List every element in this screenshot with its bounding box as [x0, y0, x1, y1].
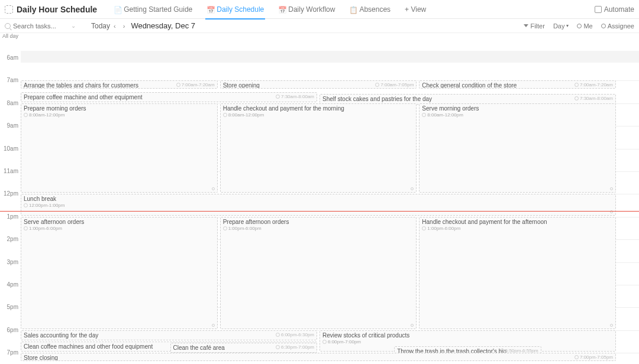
add-view-button[interactable]: + View	[398, 0, 433, 19]
hour-label: 4pm	[0, 281, 21, 288]
calendar-event[interactable]: Clean the café area6:30pm-7:00pm	[170, 343, 318, 353]
hour-label: 12pm	[0, 190, 21, 197]
hour-label: 6am	[0, 54, 21, 61]
event-title: Shelf stock cakes and pastries for the d…	[322, 96, 613, 102]
calendar-event[interactable]: Arrange the tables and chairs for custom…	[21, 80, 218, 89]
event-title: Store closing	[24, 355, 613, 361]
calendar-event[interactable]: Handle checkout and payment for the morn…	[220, 103, 417, 193]
current-date: Wednesday, Dec 7	[131, 21, 195, 30]
event-time: 1:00pm-6:00pm	[422, 226, 613, 231]
search-input[interactable]	[13, 22, 66, 30]
calendar-event[interactable]: Prepare coffee machine and other equipme…	[21, 92, 317, 102]
event-title: Review stocks of critical products	[322, 332, 613, 339]
hour-label: 8am	[0, 100, 21, 106]
event-time: 12:00pm-1:00pm	[24, 203, 613, 208]
calendar-event[interactable]: Serve morning orders8:00am-12:00pm	[419, 103, 616, 193]
event-time: 1:00pm-6:00pm	[24, 226, 215, 231]
event-title: Lunch break	[24, 196, 613, 202]
calendar-event[interactable]: Handle checkout and payment for the afte…	[419, 217, 616, 329]
event-status-icon	[411, 324, 414, 327]
hour-label: 7am	[0, 77, 21, 83]
event-time: 7:00pm-7:05pm	[575, 355, 613, 360]
event-title: Prepare afternoon orders	[223, 219, 414, 225]
event-title: Prepare coffee machine and other equipme…	[24, 94, 314, 100]
event-time: 8:00am-12:00pm	[223, 112, 414, 118]
calendar-event[interactable]: Prepare afternoon orders1:00pm-6:00pm	[220, 217, 417, 329]
search-icon	[5, 23, 11, 29]
event-status-icon	[411, 187, 414, 190]
workspace-icon	[5, 5, 13, 14]
prev-day-button[interactable]: ‹	[110, 22, 120, 30]
search-dropdown[interactable]: ⌄	[71, 22, 76, 29]
event-time: 6:30pm-7:00pm	[276, 344, 314, 350]
calendar-event[interactable]: Sales accounting for the day6:00pm-6:30p…	[21, 330, 317, 340]
calendar-grid[interactable]: All day 6am7am8am9am10am11am12pm1pm2pm3p…	[0, 33, 639, 364]
event-title: Sales accounting for the day	[24, 332, 314, 339]
person-icon	[577, 24, 582, 28]
next-day-button[interactable]: ›	[120, 22, 129, 30]
event-status-icon	[212, 187, 215, 190]
calendar-event[interactable]: Serve afternoon orders1:00pm-6:00pm	[21, 217, 218, 329]
assignee-filter[interactable]: Assignee	[601, 22, 634, 30]
funnel-icon	[524, 24, 528, 27]
hour-label: 7pm	[0, 349, 21, 356]
event-status-icon	[610, 324, 613, 327]
hour-label: 2pm	[0, 236, 21, 242]
tab-daily-workflow[interactable]: 📅Daily Workflow	[271, 0, 342, 19]
hour-label: 10am	[0, 145, 21, 152]
day-view-dropdown[interactable]: Day▾	[553, 22, 569, 30]
event-time: 7:30am-8:00am	[575, 96, 613, 101]
automate-button[interactable]: Automate	[595, 5, 634, 14]
event-time: 1:00pm-6:00pm	[223, 226, 414, 231]
event-time: 7:30am-8:00am	[276, 94, 314, 99]
event-title: Serve afternoon orders	[24, 219, 215, 225]
workspace-title: Daily Hour Schedule	[5, 5, 97, 14]
tab-daily-schedule[interactable]: 📅Daily Schedule	[199, 0, 271, 19]
event-title: Handle checkout and payment for the afte…	[422, 219, 613, 225]
calendar-icon: 📅	[278, 6, 285, 13]
hour-label: 3pm	[0, 259, 21, 265]
filter-button[interactable]: Filter	[524, 22, 544, 30]
doc-icon: 📄	[114, 6, 121, 13]
person-icon	[601, 24, 606, 28]
event-time: 8:00am-12:00pm	[24, 112, 215, 118]
tab-absences[interactable]: 📋Absences	[342, 0, 398, 19]
event-time: 7:00am-7:05pm	[375, 82, 414, 87]
header-bar: Daily Hour Schedule 📄Getting Started Gui…	[0, 0, 639, 19]
hour-label: 1pm	[0, 213, 21, 220]
event-title: Handle checkout and payment for the morn…	[223, 105, 414, 112]
today-button[interactable]: Today	[91, 22, 110, 30]
calendar-event[interactable]: Check general condition of the store7:00…	[419, 80, 616, 89]
event-title: Prepare morning orders	[24, 105, 215, 112]
event-title: Serve morning orders	[422, 105, 613, 112]
current-time-indicator	[0, 211, 639, 212]
list-icon: 📋	[349, 6, 356, 13]
event-status-icon	[610, 187, 613, 190]
search-field[interactable]	[5, 22, 66, 30]
toolbar: ⌄ Today ‹ › Wednesday, Dec 7 Filter Day▾…	[0, 19, 639, 33]
hour-label: 9am	[0, 122, 21, 129]
event-time: 7:00am-7:20am	[176, 82, 215, 87]
calendar-event[interactable]: Lunch break12:00pm-1:00pm	[21, 194, 616, 215]
event-time: 8:00am-12:00pm	[422, 112, 613, 118]
event-time: 7:00am-7:20am	[575, 82, 613, 87]
hour-label: 6pm	[0, 327, 21, 333]
calendar-icon: 📅	[206, 6, 214, 13]
tab-getting-started[interactable]: 📄Getting Started Guide	[106, 0, 199, 19]
automate-icon	[595, 6, 602, 13]
calendar-event[interactable]: Prepare morning orders8:00am-12:00pm	[21, 103, 218, 193]
event-time: 6:00pm-7:00pm	[322, 339, 613, 344]
calendar-event[interactable]: Store opening7:00am-7:05pm	[220, 80, 417, 89]
me-filter[interactable]: Me	[577, 22, 592, 30]
event-status-icon	[212, 324, 215, 327]
allday-label: All day	[0, 33, 21, 40]
calendar-event[interactable]: Store closing7:00pm-7:05pm	[21, 353, 616, 361]
hour-label: 5pm	[0, 304, 21, 310]
hour-label: 11am	[0, 168, 21, 174]
workspace-title-text: Daily Hour Schedule	[17, 5, 97, 14]
event-time: 6:00pm-6:30pm	[276, 332, 314, 337]
